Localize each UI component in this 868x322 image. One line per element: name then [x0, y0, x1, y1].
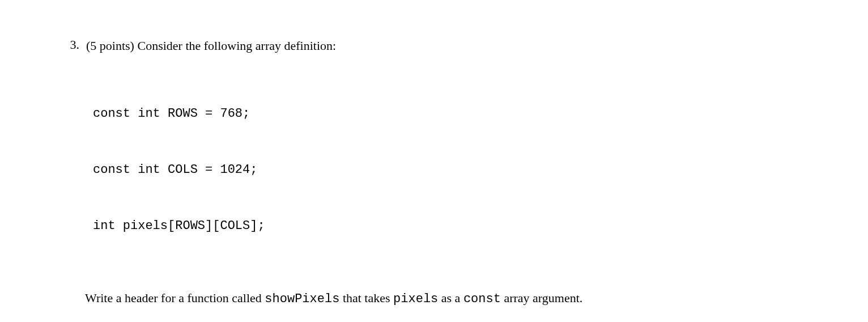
question-block: 3. (5 points) Consider the following arr…: [54, 37, 814, 308]
question-intro: (5 points) Consider the following array …: [86, 37, 814, 54]
question-intro-text: Consider the following array definition:: [134, 39, 336, 53]
function-name: showPixels: [265, 292, 339, 306]
page-container: 3. (5 points) Consider the following arr…: [0, 0, 868, 308]
question-number: 3.: [54, 37, 86, 52]
question-prompt: Write a header for a function called sho…: [85, 289, 814, 308]
code-block: const int ROWS = 768; const int COLS = 1…: [93, 67, 814, 273]
code-line: int pixels[ROWS][COLS];: [93, 217, 814, 235]
question-body: (5 points) Consider the following array …: [86, 37, 814, 308]
prompt-text: Write a header for a function called: [85, 291, 265, 305]
question-points: (5 points): [86, 39, 134, 53]
code-line: const int COLS = 1024;: [93, 160, 814, 179]
prompt-text: that takes: [339, 291, 393, 305]
prompt-text: as a: [438, 291, 463, 305]
array-name: pixels: [393, 292, 438, 306]
keyword-const: const: [463, 292, 501, 306]
prompt-text: array argument.: [501, 291, 582, 305]
code-line: const int ROWS = 768;: [93, 104, 814, 123]
